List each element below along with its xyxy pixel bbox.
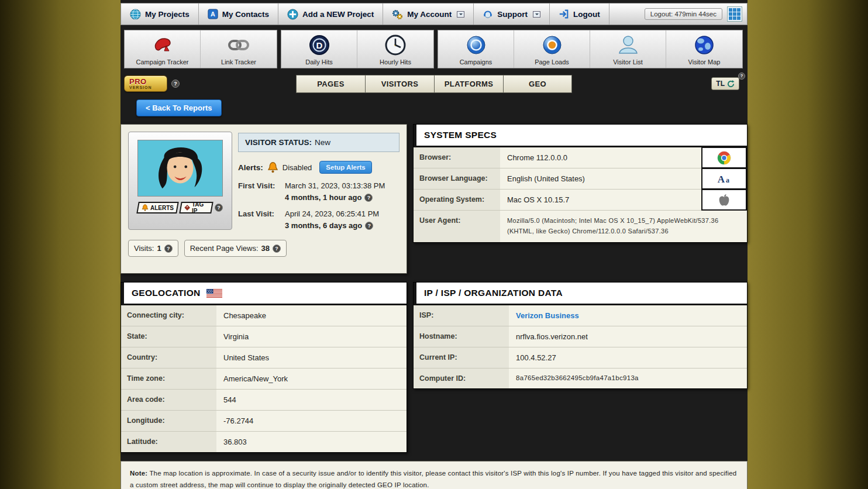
row-value: United States <box>216 347 407 368</box>
geolocation-header: GEOLOCATION <box>121 283 407 305</box>
refresh-icon <box>727 80 735 88</box>
timeline-control: TL ? <box>711 77 739 90</box>
row-value: nrflva.fios.verizon.net <box>509 326 747 347</box>
help-icon[interactable]: ? <box>364 194 373 202</box>
help-icon[interactable]: ? <box>365 222 373 230</box>
page-views-value: 38 <box>261 244 270 253</box>
row-label: Operating System: <box>414 190 500 210</box>
support-icon <box>483 9 493 19</box>
add-project-icon <box>287 9 298 20</box>
tool-link-tracker[interactable]: Link Tracker <box>201 30 277 68</box>
row-value: 544 <box>216 390 407 410</box>
tool-visitor-list[interactable]: Visitor List <box>590 30 666 68</box>
chrome-icon[interactable] <box>701 147 747 168</box>
report-tabs: PAGES VISITORS PLATFORMS GEO <box>296 75 572 93</box>
font-language-icon[interactable]: Aa <box>701 168 747 190</box>
visits-value: 1 <box>157 244 161 253</box>
toolbar-group-hits: D Daily Hits Hourly Hits <box>281 30 434 68</box>
row-label: Computer ID: <box>414 369 509 388</box>
row-visitor-and-specs: ALERTS TAG IP ? VISITOR STATUS:New <box>120 124 748 274</box>
nav-label: My Projects <box>145 10 190 19</box>
tl-label: TL <box>716 80 725 88</box>
campaign-tracker-icon <box>151 33 174 57</box>
row-geo-and-ip: GEOLOCATION Connecting city:Chesapeake S… <box>120 282 748 453</box>
last-visit-label: Last Visit: <box>238 209 285 230</box>
row-label: User Agent: <box>414 211 500 242</box>
tool-daily-hits[interactable]: D Daily Hits <box>281 30 357 68</box>
alerts-button-label: ALERTS <box>150 205 174 211</box>
table-row: Latitude:36.803 <box>121 432 407 452</box>
apple-icon[interactable] <box>701 189 747 211</box>
last-visit-ago: 3 months, 6 days ago <box>285 221 362 230</box>
pro-badge-line2: VERSION <box>129 85 167 89</box>
table-row: User Agent: Mozilla/5.0 (Macintosh; Inte… <box>414 211 747 242</box>
table-row: Longitude:-76.2744 <box>121 411 407 432</box>
nav-label: Support <box>497 10 528 19</box>
system-specs-header: SYSTEM SPECS <box>414 125 747 147</box>
panel-title: IP / ISP / ORGANIZATION DATA <box>424 288 563 298</box>
visit-stats: Visits: 1 ? Recent Page Views: 38 ? <box>128 240 399 257</box>
nav-my-account[interactable]: My Account <box>383 4 474 25</box>
nav-support[interactable]: Support <box>474 4 550 25</box>
first-visit-row: First Visit: March 31, 2023, 03:13:38 PM… <box>238 181 399 202</box>
back-to-reports-button[interactable]: < Back To Reports <box>136 99 222 116</box>
pro-version-badge[interactable]: PRO VERSION <box>124 75 167 92</box>
row-value: Verizon Business <box>509 305 747 326</box>
tl-refresh-button[interactable]: TL <box>711 77 739 90</box>
tool-hourly-hits[interactable]: Hourly Hits <box>357 30 433 68</box>
tool-label: Hourly Hits <box>380 58 411 66</box>
visitor-avatar <box>137 140 223 197</box>
nav-my-projects[interactable]: My Projects <box>121 4 199 25</box>
row-value: -76.2744 <box>216 411 407 431</box>
globe-icon <box>130 9 141 20</box>
tab-visitors[interactable]: VISITORS <box>365 75 434 93</box>
visitor-status-label: VISITOR STATUS: <box>245 138 312 147</box>
campaigns-icon <box>464 33 488 57</box>
first-visit-label: First Visit: <box>238 181 285 202</box>
help-icon[interactable]: ? <box>738 73 745 80</box>
link-tracker-icon <box>227 33 250 57</box>
main-content: ALERTS TAG IP ? VISITOR STATUS:New <box>120 120 748 489</box>
dropdown-indicator-icon <box>457 11 464 18</box>
setup-alerts-button[interactable]: Setup Alerts <box>319 161 371 174</box>
row-label: Longitude: <box>121 411 216 431</box>
svg-text:A: A <box>718 174 725 185</box>
bell-icon <box>142 204 149 211</box>
row-label: Area code: <box>121 390 216 410</box>
map-note: Note:The map location is approximate. In… <box>120 461 748 489</box>
nav-label: Add a NEW Project <box>302 10 374 19</box>
bell-icon <box>267 161 278 173</box>
nav-my-contacts[interactable]: A My Contacts <box>199 4 278 25</box>
apps-grid-icon[interactable] <box>727 6 742 22</box>
ip-isp-panel: IP / ISP / ORGANIZATION DATA ISP: Verizo… <box>413 282 748 389</box>
tab-geo[interactable]: GEO <box>503 75 572 93</box>
tool-visitor-map[interactable]: Visitor Map <box>666 30 742 68</box>
help-icon[interactable]: ? <box>273 244 281 253</box>
isp-link[interactable]: Verizon Business <box>516 311 579 320</box>
help-icon[interactable]: ? <box>164 244 173 253</box>
tab-platforms[interactable]: PLATFORMS <box>434 75 503 93</box>
alerts-button[interactable]: ALERTS <box>136 202 179 213</box>
tool-label: Visitor List <box>613 58 643 66</box>
first-visit-ago: 4 months, 1 hour ago <box>285 193 361 202</box>
table-row: Browser: Chrome 112.0.0.0 <box>414 147 747 168</box>
visitor-summary-panel: ALERTS TAG IP ? VISITOR STATUS:New <box>120 124 407 274</box>
dropdown-indicator-icon <box>533 11 540 18</box>
session-timer[interactable]: Logout: 479min 44sec <box>645 8 722 20</box>
tag-ip-button[interactable]: TAG IP <box>179 202 213 213</box>
visitor-action-buttons: ALERTS TAG IP ? <box>137 202 223 213</box>
tool-page-loads[interactable]: Page Loads <box>514 30 590 68</box>
row-label: Time zone: <box>121 369 216 389</box>
help-icon[interactable]: ? <box>171 80 180 88</box>
table-row: Browser Language: English (United States… <box>414 168 747 190</box>
nav-logout[interactable]: Logout <box>550 4 609 25</box>
visitor-status: VISITOR STATUS:New <box>238 133 399 152</box>
help-icon[interactable]: ? <box>215 204 223 212</box>
svg-text:A: A <box>211 11 215 18</box>
tool-campaigns[interactable]: Campaigns <box>438 30 514 68</box>
nav-add-new-project[interactable]: Add a NEW Project <box>278 4 383 25</box>
tab-pages[interactable]: PAGES <box>296 75 365 93</box>
table-row: ISP: Verizon Business <box>414 305 747 326</box>
table-row: Area code:544 <box>121 390 407 411</box>
tool-campaign-tracker[interactable]: Campaign Tracker <box>125 30 201 68</box>
